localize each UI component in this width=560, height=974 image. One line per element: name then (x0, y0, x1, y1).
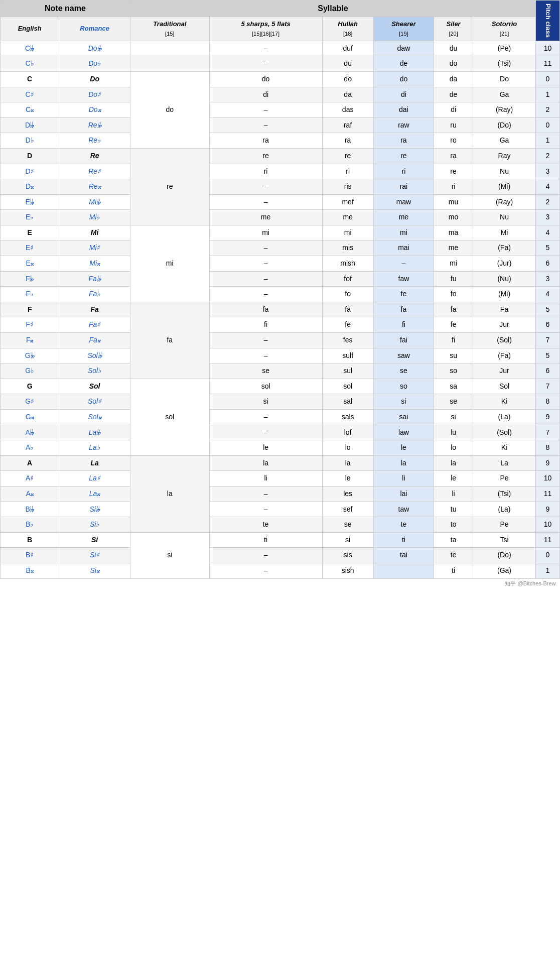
cell-shearer: dai (373, 102, 434, 118)
cell-pitch: 8 (536, 440, 560, 456)
cell-romance: Do𝄫 (59, 41, 130, 56)
cell-hullah: sish (322, 563, 373, 578)
cell-hullah: sal (322, 394, 373, 410)
cell-sotorrio: Mi (473, 225, 536, 240)
cell-hullah: re (322, 148, 373, 164)
cell-shearer: tai (373, 548, 434, 563)
cell-sotorrio: (Tsi) (473, 56, 536, 72)
cell-siler: lu (434, 425, 473, 440)
cell-romance: Sol♭ (59, 363, 130, 379)
cell-english: E𝄫 (1, 194, 59, 210)
cell-5sharps: le (209, 440, 322, 456)
cell-shearer: si (373, 394, 434, 410)
cell-5sharps: re (209, 148, 322, 164)
cell-english: G♭ (1, 363, 59, 379)
cell-english: E𝄪 (1, 256, 59, 272)
cell-sotorrio: Ga (473, 87, 536, 102)
cell-siler: le (434, 471, 473, 486)
cell-shearer: se (373, 363, 434, 379)
cell-english: D♭ (1, 133, 59, 149)
cell-5sharps: – (209, 117, 322, 133)
cell-english: B♯ (1, 548, 59, 563)
cell-romance: Mi♭ (59, 210, 130, 225)
cell-siler: de (434, 87, 473, 102)
cell-sotorrio: (Ga) (473, 563, 536, 578)
cell-romance: Mi (59, 225, 130, 240)
cell-5sharps: fa (209, 302, 322, 317)
cell-sotorrio: (Mi) (473, 287, 536, 302)
cell-hullah: fa (322, 302, 373, 317)
cell-shearer: de (373, 56, 434, 72)
cell-5sharps: – (209, 348, 322, 363)
cell-english: A♭ (1, 440, 59, 456)
cell-5sharps: – (209, 333, 322, 348)
cell-sotorrio: Pe (473, 517, 536, 533)
table-row: E♯Mi♯–mismaime(Fa)5 (1, 240, 560, 256)
cell-shearer: me (373, 210, 434, 225)
cell-shearer: fai (373, 333, 434, 348)
cell-hullah: das (322, 102, 373, 118)
table-row: DRerererereraRay2 (1, 148, 560, 164)
cell-5sharps: te (209, 517, 322, 533)
cell-pitch: 4 (536, 225, 560, 240)
table-row: A♭La♭leloleloKi8 (1, 440, 560, 456)
cell-pitch: 3 (536, 210, 560, 225)
cell-siler: fi (434, 333, 473, 348)
cell-pitch: 10 (536, 41, 560, 56)
cell-sotorrio: (Nu) (473, 271, 536, 287)
cell-siler: mu (434, 194, 473, 210)
cell-shearer: te (373, 517, 434, 533)
watermark-row: 知乎 @Bitches-Brew (1, 578, 560, 588)
cell-siler: si (434, 410, 473, 425)
table-row: E𝄫Mi𝄫–mefmawmu(Ray)2 (1, 194, 560, 210)
cell-sotorrio: Ga (473, 133, 536, 149)
cell-shearer: fa (373, 302, 434, 317)
cell-5sharps: – (209, 502, 322, 517)
cell-siler: li (434, 486, 473, 502)
cell-pitch: 0 (536, 71, 560, 87)
cell-english: G♯ (1, 394, 59, 410)
cell-shearer: ti (373, 532, 434, 548)
syllable-header: Syllable (130, 1, 535, 17)
cell-siler: re (434, 164, 473, 179)
cell-shearer: so (373, 379, 434, 394)
cell-pitch: 1 (536, 133, 560, 149)
cell-hullah: la (322, 455, 373, 471)
cell-sotorrio: Nu (473, 164, 536, 179)
cell-5sharps: – (209, 102, 322, 118)
cell-pitch: 7 (536, 379, 560, 394)
cell-hullah: lof (322, 425, 373, 440)
cell-shearer: faw (373, 271, 434, 287)
cell-english: C (1, 71, 59, 87)
cell-shearer: raw (373, 117, 434, 133)
cell-english: D𝄫 (1, 117, 59, 133)
cell-hullah: duf (322, 41, 373, 56)
cell-5sharps: ri (209, 164, 322, 179)
col-shearer-header: Shearer [19] (373, 17, 434, 41)
cell-sotorrio: Ki (473, 394, 536, 410)
cell-shearer: daw (373, 41, 434, 56)
cell-5sharps: – (209, 563, 322, 578)
cell-siler: tu (434, 502, 473, 517)
cell-romance: Si♯ (59, 548, 130, 563)
col-english-header: English (1, 17, 59, 41)
cell-hullah: mef (322, 194, 373, 210)
cell-romance: Fa♭ (59, 287, 130, 302)
cell-sotorrio: (Pe) (473, 41, 536, 56)
cell-romance: La (59, 455, 130, 471)
cell-shearer: mai (373, 240, 434, 256)
table-body: C𝄫Do𝄫–dufdawdu(Pe)10C♭Do♭–dudedo(Tsi)11C… (1, 41, 560, 588)
cell-pitch: 9 (536, 410, 560, 425)
cell-hullah: sol (322, 379, 373, 394)
cell-pitch: 1 (536, 563, 560, 578)
cell-sotorrio: Ki (473, 440, 536, 456)
cell-pitch: 6 (536, 256, 560, 272)
cell-pitch: 5 (536, 302, 560, 317)
cell-siler: da (434, 71, 473, 87)
cell-shearer: li (373, 471, 434, 486)
cell-hullah: lo (322, 440, 373, 456)
cell-5sharps: – (209, 548, 322, 563)
table-row: A♯La♯lilelilePe10 (1, 471, 560, 486)
cell-sotorrio: (Do) (473, 117, 536, 133)
cell-siler: to (434, 517, 473, 533)
